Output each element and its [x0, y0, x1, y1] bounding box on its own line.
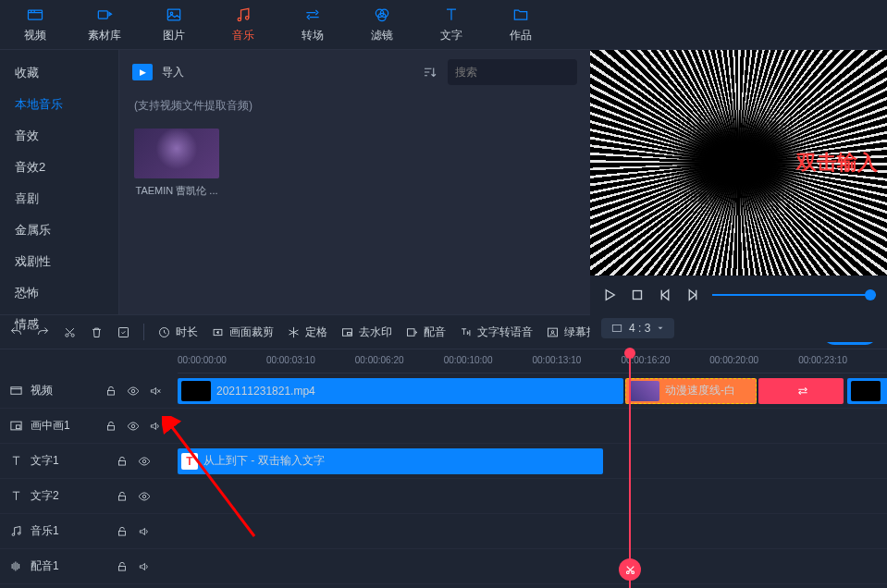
tab-library[interactable]: 素材库	[69, 0, 139, 49]
svg-rect-19	[408, 328, 415, 336]
dub-button[interactable]: 配音	[405, 325, 446, 340]
delete-button[interactable]	[90, 325, 104, 339]
duration-button[interactable]: 时长	[157, 325, 198, 340]
search-input[interactable]	[455, 66, 594, 79]
timeline: 00:00:00:00 00:00:03:10 00:00:06:20 00:0…	[0, 349, 887, 588]
mute-icon[interactable]	[149, 385, 162, 398]
tts-button[interactable]: 文字转语音	[459, 325, 533, 340]
speaker-icon[interactable]	[138, 560, 151, 573]
svg-point-35	[12, 533, 15, 536]
sidebar-item-horror[interactable]: 恐怖	[0, 277, 118, 309]
undo-button[interactable]	[9, 325, 23, 339]
tab-music[interactable]: 音乐	[208, 0, 277, 49]
playhead-cut-icon[interactable]	[619, 558, 641, 581]
tab-text[interactable]: 文字	[416, 0, 486, 49]
track-text2: 文字2	[0, 479, 887, 514]
svg-rect-25	[108, 390, 115, 395]
lock-icon[interactable]	[116, 455, 129, 468]
music-track-icon	[9, 524, 23, 538]
progress-slider[interactable]	[712, 294, 876, 296]
media-label: TAEMIN 曹凯伦 ...	[134, 184, 219, 198]
svg-point-23	[631, 570, 634, 573]
play-button[interactable]	[601, 287, 618, 303]
svg-rect-28	[17, 425, 20, 429]
svg-rect-31	[119, 460, 126, 465]
eye-icon[interactable]	[127, 420, 140, 433]
video-clip[interactable]: 202111231821.mp4	[178, 378, 623, 404]
svg-point-12	[66, 334, 68, 337]
svg-point-21	[551, 330, 554, 333]
sidebar-item-sfx2[interactable]: 音效2	[0, 152, 118, 183]
tab-video[interactable]: 视频	[0, 0, 69, 49]
track-video: 视频 202111231821.mp4 动漫速度线-白	[0, 374, 887, 409]
sidebar-item-drama[interactable]: 戏剧性	[0, 246, 118, 277]
eye-icon[interactable]	[127, 385, 140, 398]
tab-works[interactable]: 作品	[486, 0, 555, 49]
sidebar-item-local-music[interactable]: 本地音乐	[0, 89, 118, 120]
svg-point-22	[626, 570, 629, 573]
speaker-icon[interactable]	[149, 420, 162, 433]
lock-icon[interactable]	[116, 525, 129, 538]
preview-canvas[interactable]: 双击输入	[590, 50, 887, 276]
import-label[interactable]: 导入	[162, 65, 184, 80]
svg-rect-18	[348, 332, 351, 335]
svg-rect-38	[119, 566, 126, 570]
text-clip[interactable]: T从上到下 - 双击输入文字	[178, 448, 603, 474]
lock-icon[interactable]	[116, 560, 129, 573]
cut-button[interactable]	[63, 325, 77, 339]
chevron-down-icon	[656, 324, 665, 333]
pip-track-icon	[9, 419, 23, 433]
transition-clip[interactable]: 动漫速度线-白	[625, 378, 757, 404]
import-folder-icon[interactable]	[132, 64, 153, 80]
media-item[interactable]: TAEMIN 曹凯伦 ...	[134, 129, 219, 198]
sidebar-item-favorites[interactable]: 收藏	[0, 57, 118, 89]
next-button[interactable]	[684, 287, 701, 303]
sidebar-item-comedy[interactable]: 喜剧	[0, 183, 118, 214]
crop-button[interactable]: 画面裁剪	[211, 325, 274, 340]
stop-button[interactable]	[629, 287, 646, 303]
track-pip: 画中画1	[0, 409, 887, 444]
sort-icon[interactable]	[422, 64, 438, 80]
playhead[interactable]	[629, 349, 631, 588]
svg-point-3	[170, 12, 173, 14]
text-track-icon	[9, 454, 23, 468]
lock-icon[interactable]	[116, 490, 129, 503]
svg-rect-37	[119, 531, 126, 535]
transition-marker[interactable]	[758, 378, 844, 404]
category-sidebar: 收藏 本地音乐 音效 音效2 喜剧 金属乐 戏剧性 恐怖 情感 正能量	[0, 50, 118, 314]
dub-track-icon	[9, 559, 23, 573]
svg-rect-11	[612, 325, 621, 332]
video-clip-2[interactable]	[847, 378, 887, 404]
eye-icon[interactable]	[138, 490, 151, 503]
video-track-icon	[9, 384, 23, 398]
tab-image[interactable]: 图片	[139, 0, 208, 49]
tab-transition[interactable]: 转场	[277, 0, 347, 49]
freeze-button[interactable]: 定格	[287, 325, 327, 340]
top-tabs: 视频 素材库 图片 音乐 转场 滤镜 文字 作品	[0, 0, 887, 50]
svg-rect-10	[634, 291, 642, 300]
tab-filter[interactable]: 滤镜	[347, 0, 416, 49]
time-ruler[interactable]: 00:00:00:00 00:00:03:10 00:00:06:20 00:0…	[178, 349, 887, 374]
extract-hint: (支持视频文件提取音频)	[119, 94, 590, 117]
search-box	[448, 59, 577, 85]
redo-button[interactable]	[36, 325, 50, 339]
svg-point-4	[238, 18, 240, 20]
sidebar-item-metal[interactable]: 金属乐	[0, 214, 118, 246]
svg-point-30	[131, 424, 135, 428]
edit-button[interactable]	[117, 325, 130, 339]
sidebar-item-sfx[interactable]: 音效	[0, 120, 118, 152]
track-music: 音乐1	[0, 514, 887, 549]
svg-rect-1	[98, 11, 107, 18]
prev-button[interactable]	[657, 287, 673, 303]
svg-point-36	[18, 533, 20, 535]
svg-rect-33	[119, 496, 126, 500]
eye-icon[interactable]	[138, 455, 151, 468]
svg-point-13	[71, 334, 74, 337]
track-dub: 配音1	[0, 549, 887, 584]
aspect-ratio-selector[interactable]: 4 : 3	[601, 318, 674, 338]
lock-icon[interactable]	[105, 420, 117, 433]
speaker-icon[interactable]	[138, 525, 151, 538]
watermark-button[interactable]: 去水印	[340, 325, 392, 340]
lock-icon[interactable]	[105, 385, 117, 398]
track-text1: 文字1 T从上到下 - 双击输入文字	[0, 444, 887, 479]
